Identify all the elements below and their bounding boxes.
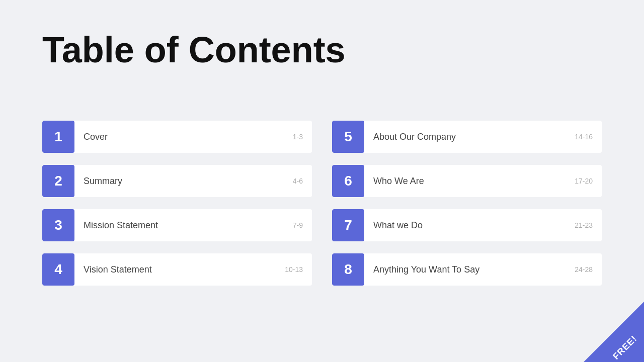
- toc-number-3: 3: [42, 209, 74, 241]
- toc-item-7[interactable]: 7 What we Do 21-23: [332, 209, 602, 241]
- toc-item-6[interactable]: 6 Who We Are 17-20: [332, 165, 602, 197]
- toc-item-4[interactable]: 4 Vision Statement 10-13: [42, 253, 312, 286]
- toc-pages-4: 10-13: [285, 265, 312, 274]
- toc-item-5[interactable]: 5 About Our Company 14-16: [332, 121, 602, 153]
- free-badge: FREE!: [584, 302, 644, 362]
- toc-pages-1: 1-3: [293, 133, 312, 141]
- toc-pages-6: 17-20: [575, 177, 602, 185]
- toc-number-7: 7: [332, 209, 364, 241]
- toc-number-8: 8: [332, 253, 364, 286]
- toc-pages-8: 24-28: [575, 265, 602, 274]
- toc-label-4: Vision Statement: [74, 264, 285, 275]
- toc-label-2: Summary: [74, 176, 293, 187]
- toc-label-6: Who We Are: [364, 176, 575, 187]
- toc-pages-7: 21-23: [575, 221, 602, 229]
- free-badge-text: FREE!: [611, 333, 639, 362]
- toc-item-1[interactable]: 1 Cover 1-3: [42, 121, 312, 153]
- toc-pages-2: 4-6: [293, 177, 312, 185]
- toc-label-1: Cover: [74, 132, 293, 142]
- toc-label-5: About Our Company: [364, 132, 575, 142]
- toc-number-4: 4: [42, 253, 74, 286]
- toc-grid: 1 Cover 1-3 5 About Our Company 14-16 2 …: [42, 121, 602, 286]
- toc-pages-3: 7-9: [293, 221, 312, 229]
- toc-number-5: 5: [332, 121, 364, 153]
- toc-label-8: Anything You Want To Say: [364, 264, 575, 275]
- toc-number-6: 6: [332, 165, 364, 197]
- toc-pages-5: 14-16: [575, 133, 602, 141]
- page-title: Table of Contents: [42, 30, 346, 70]
- toc-label-3: Mission Statement: [74, 220, 293, 231]
- toc-label-7: What we Do: [364, 220, 575, 231]
- toc-number-1: 1: [42, 121, 74, 153]
- toc-item-8[interactable]: 8 Anything You Want To Say 24-28: [332, 253, 602, 286]
- toc-item-3[interactable]: 3 Mission Statement 7-9: [42, 209, 312, 241]
- toc-item-2[interactable]: 2 Summary 4-6: [42, 165, 312, 197]
- toc-number-2: 2: [42, 165, 74, 197]
